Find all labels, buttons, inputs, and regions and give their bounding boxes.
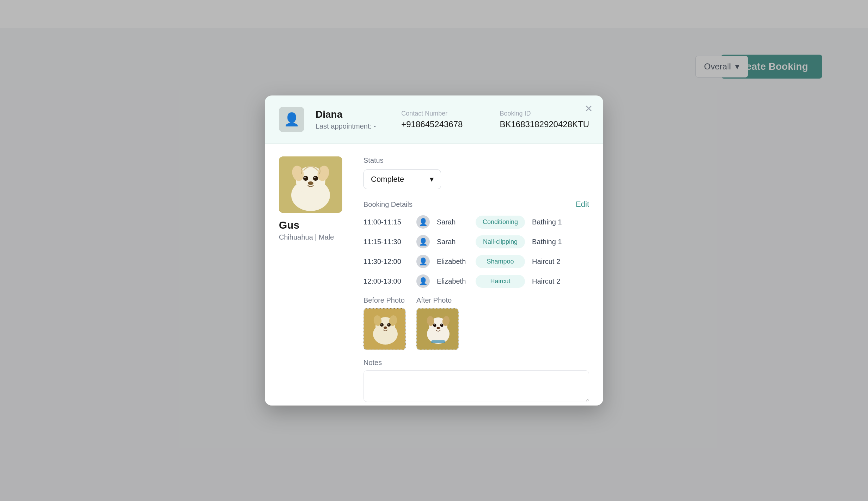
svg-point-15 [380,323,384,327]
booking-id-value: BK1683182920428KTU [500,119,589,129]
last-appointment-value: - [374,122,376,130]
svg-rect-30 [431,340,445,343]
person-icon: 👤 [419,237,428,246]
booking-modal: 👤 Diana Last appointment: - Contact Numb… [265,95,603,406]
svg-point-5 [303,176,308,181]
svg-point-29 [437,327,440,329]
pet-photo [279,156,342,213]
service-tag-2: Nail-clipping [476,235,525,248]
booking-rows-container: 11:00-11:15 👤 Sarah Conditioning Bathing… [363,215,589,288]
time-slot-2: 11:15-11:30 [363,238,409,246]
last-appointment-label: Last appointment: [316,122,372,130]
person-icon: 👤 [284,112,300,127]
booking-details-label: Booking Details [363,200,412,209]
booking-details-column: Status Complete ▾ Booking Details Edit 1… [363,156,589,403]
contact-number-block: Contact Number +918645243678 [401,110,488,129]
notes-textarea[interactable] [363,370,589,402]
package-name-1: Bathing 1 [532,218,562,226]
booking-details-header: Booking Details Edit [363,200,589,209]
notes-section: Notes [363,359,589,403]
table-row: 11:30-12:00 👤 Elizabeth Shampoo Haircut … [363,255,589,268]
table-row: 11:00-11:15 👤 Sarah Conditioning Bathing… [363,215,589,229]
booking-id-label: Booking ID [500,110,589,117]
after-photo-block: After Photo [416,296,459,350]
customer-name: Diana [316,109,376,120]
modal-backdrop: 👤 Diana Last appointment: - Contact Numb… [0,0,868,501]
close-button[interactable]: ✕ [585,104,593,114]
status-label: Status [363,156,589,165]
pet-photo-svg [279,156,342,213]
svg-point-27 [434,324,434,325]
booking-id-block: Booking ID BK1683182920428KTU [500,110,589,129]
pet-info-column: Gus Chihuahua | Male [279,156,349,403]
person-icon: 👤 [419,257,428,266]
staff-name-2: Sarah [437,238,469,246]
service-tag-1: Conditioning [476,216,525,229]
pet-name: Gus [279,219,349,231]
after-photo-svg [417,309,459,350]
notes-label: Notes [363,359,589,367]
time-slot-1: 11:00-11:15 [363,218,409,226]
svg-point-17 [381,324,382,325]
after-photo-label: After Photo [416,296,459,304]
package-name-2: Bathing 1 [532,238,562,246]
staff-avatar-2: 👤 [416,235,430,248]
photos-row: Before Photo [363,296,589,350]
package-name-3: Haircut 2 [532,258,560,266]
svg-point-7 [304,177,306,178]
customer-info-block: Diana Last appointment: - [316,109,376,130]
last-appointment: Last appointment: - [316,122,376,130]
svg-point-8 [314,177,316,178]
after-photo-box [416,308,459,350]
svg-point-19 [384,327,387,329]
time-slot-3: 11:30-12:00 [363,258,409,266]
time-slot-4: 12:00-13:00 [363,277,409,285]
pet-breed-gender: Chihuahua | Male [279,233,349,241]
svg-point-18 [388,324,389,325]
svg-point-28 [441,324,441,325]
staff-avatar-1: 👤 [416,215,430,229]
modal-header: 👤 Diana Last appointment: - Contact Numb… [265,95,603,144]
before-photo-label: Before Photo [363,296,406,304]
svg-point-16 [387,323,391,327]
svg-point-25 [433,324,436,327]
staff-avatar-4: 👤 [416,274,430,288]
before-photo-box [363,308,406,350]
svg-point-6 [313,176,318,181]
person-icon: 👤 [419,218,428,226]
person-icon: 👤 [419,277,428,285]
edit-link[interactable]: Edit [576,200,589,209]
service-tag-4: Haircut [476,275,525,288]
staff-avatar-3: 👤 [416,255,430,268]
svg-point-26 [440,324,444,327]
status-value: Complete [371,175,404,184]
contact-number-value: +918645243678 [401,119,488,129]
package-name-4: Haircut 2 [532,277,560,285]
service-tag-3: Shampoo [476,255,525,268]
staff-name-1: Sarah [437,218,469,226]
before-photo-svg [364,309,406,350]
svg-point-9 [308,181,313,185]
modal-body: Gus Chihuahua | Male Status Complete ▾ B… [265,144,603,406]
contact-number-label: Contact Number [401,110,488,117]
avatar: 👤 [279,107,304,132]
table-row: 11:15-11:30 👤 Sarah Nail-clipping Bathin… [363,235,589,248]
photos-section: Before Photo [363,296,589,350]
before-photo-block: Before Photo [363,296,406,350]
staff-name-3: Elizabeth [437,258,469,266]
status-dropdown[interactable]: Complete ▾ [363,169,441,189]
status-chevron-icon: ▾ [430,175,434,184]
table-row: 12:00-13:00 👤 Elizabeth Haircut Haircut … [363,274,589,288]
staff-name-4: Elizabeth [437,277,469,285]
